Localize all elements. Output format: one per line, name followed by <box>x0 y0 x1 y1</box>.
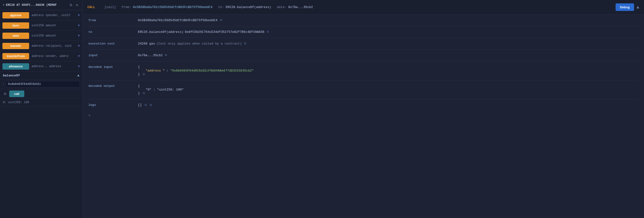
call-bracket: [call] <box>104 5 116 9</box>
balance-of-output: 0: uint256: 100 <box>3 101 29 104</box>
burn-button[interactable]: burn <box>2 22 29 29</box>
from-kw: from: <box>122 5 131 9</box>
execution-cost-text: 24268 gas <box>138 42 155 46</box>
input-copy-icon[interactable]: ⧉ <box>165 54 167 57</box>
decoded-output-row: decoded output { "0" : "uint256: 100" } … <box>88 84 638 95</box>
call-row: ⧉ call <box>0 89 82 99</box>
execution-cost-comment: (Cost only applies when called by a cont… <box>156 42 242 46</box>
transfer-params: address recipient, uint <box>29 44 77 48</box>
separator-6 <box>88 99 638 99</box>
approve-button[interactable]: approve <box>2 12 29 19</box>
to-fn: ERC20.balanceOf(address) <box>226 5 271 9</box>
mint-params: uint256 amount <box>29 34 77 38</box>
from-key: from <box>88 19 132 22</box>
decoded-output-colon: : <box>153 88 157 91</box>
execution-cost-row: execution cost 24268 gas (Cost only appl… <box>88 42 638 46</box>
decoded-output-block: { "0" : "uint256: 100" } ⧉ <box>138 84 184 95</box>
contract-collapse-icon[interactable]: ▼ <box>3 4 4 7</box>
transfer-button[interactable]: transfer <box>2 43 29 49</box>
input-key: input <box>88 54 132 57</box>
execution-cost-copy-icon[interactable]: ⧉ <box>244 42 246 45</box>
transfer-expand-icon[interactable]: ▼ <box>78 44 80 48</box>
execution-cost-key: execution cost <box>88 42 132 46</box>
logs-text: [] <box>138 103 142 107</box>
to-value: ERC20.balanceOf(address) 0x0fC5025C764cE… <box>138 30 638 34</box>
balance-of-section: balanceOf ▲ : ⧉ call 0: uint256: 100 <box>0 71 82 106</box>
balance-of-label: balanceOf <box>3 74 20 77</box>
copy-contract-button[interactable]: ⧉ <box>69 3 73 8</box>
decoded-input-open-brace: { <box>138 65 140 69</box>
prompt-symbol: > <box>88 114 90 118</box>
logs-key: logs <box>88 103 132 107</box>
balance-of-input[interactable] <box>6 81 80 87</box>
decoded-output-copy-icon[interactable]: ⧉ <box>143 92 145 95</box>
decoded-input-key: decoded input <box>88 65 132 69</box>
call-banner: CALL [call] from: 0x5B38Da6a701c568545dC… <box>82 0 644 15</box>
from-address: 0x5B38Da6a701c568545dCfcB03FcB875f56bedd… <box>138 19 218 22</box>
contract-header-actions: ⧉ ✕ <box>69 3 80 8</box>
transfer-from-params: address sender, addre <box>29 55 77 58</box>
to-kw: to: <box>218 5 224 9</box>
decoded-output-value: { "0" : "uint256: 100" } ⧉ <box>138 84 638 95</box>
decoded-input-block: { "address " : "0xAb8483F64d9C6d1EcF9b84… <box>138 65 254 76</box>
from-copy-icon[interactable]: ⧉ <box>220 19 222 22</box>
transfer-from-button[interactable]: transferFrom <box>2 53 29 59</box>
execution-cost-value: 24268 gas (Cost only applies when called… <box>138 42 638 46</box>
fn-row-allowance: allowance address , address ▼ <box>0 61 82 71</box>
burn-expand-icon[interactable]: ▼ <box>78 24 80 28</box>
decoded-output-close-brace: } <box>138 91 140 95</box>
left-panel: ▼ ERC20 AT 0X0FC...9A836 (MEMOF ⧉ ✕ appr… <box>0 0 82 218</box>
function-list: approve address spender, uint2 ▼ burn ui… <box>0 10 82 71</box>
allowance-expand-icon[interactable]: ▼ <box>78 64 80 68</box>
input-text: 0x70a...35cb2 <box>138 54 162 57</box>
close-contract-button[interactable]: ✕ <box>74 3 80 8</box>
transfer-from-expand-icon[interactable]: ▼ <box>78 54 80 58</box>
decoded-input-row: decoded input { "address " : "0xAb8483F6… <box>88 65 638 76</box>
output-row: 0: uint256: 100 <box>0 99 82 106</box>
decoded-output-field-val: "uint256: 100" <box>157 88 184 91</box>
approve-expand-icon[interactable]: ▼ <box>78 13 80 17</box>
decoded-output-open-brace: { <box>138 84 140 88</box>
decoded-input-close-brace: } <box>138 72 140 76</box>
mint-button[interactable]: mint <box>2 33 29 39</box>
contract-header-left: ▼ ERC20 AT 0X0FC...9A836 (MEMOF <box>3 4 56 7</box>
to-key: to <box>88 30 132 34</box>
allowance-params: address , address <box>29 65 77 68</box>
logs-copy-icon-2[interactable]: ⧉ <box>150 103 152 107</box>
decoded-input-copy-icon[interactable]: ⧉ <box>143 73 145 76</box>
separator-4 <box>88 61 638 61</box>
decoded-output-field-key: "0" <box>146 88 151 91</box>
decoded-input-field: "address " : "0xAb8483F64d9C6d1EcF9b849A… <box>146 69 254 72</box>
collapse-icon[interactable]: ▲ <box>636 5 639 10</box>
logs-copy-icon-1[interactable]: ⧉ <box>145 103 147 107</box>
to-copy-icon[interactable]: ⧉ <box>267 30 269 34</box>
decoded-input-colon: : <box>166 69 170 72</box>
debug-button[interactable]: Debug <box>616 4 634 11</box>
to-addr: 0x0fC5025C764cE34df352757e82f7B5c4Df39A8… <box>185 30 264 34</box>
data-kw: data: <box>277 5 286 9</box>
to-detail-row: to ERC20.balanceOf(address) 0x0fC5025C76… <box>88 30 638 34</box>
contract-title: ERC20 AT 0X0FC...9A836 (MEMOF <box>6 4 57 7</box>
call-label: CALL <box>88 5 95 9</box>
input-detail-row: input 0x70a...35cb2 ⧉ <box>88 54 638 57</box>
balance-of-colon: : <box>2 82 4 86</box>
copy-input-button[interactable]: ⧉ <box>3 91 7 96</box>
to-fn-name: ERC20.balanceOf(address) <box>138 30 183 34</box>
call-button[interactable]: call <box>9 90 24 97</box>
from-detail-row: from 0x5B38Da6a701c568545dCfcB03FcB875f5… <box>88 19 638 22</box>
decoded-output-field: "0" : "uint256: 100" <box>146 88 184 91</box>
separator-1 <box>88 26 638 26</box>
logs-value: [] ⧉ ⧉ <box>138 103 638 107</box>
balance-of-collapse-icon[interactable]: ▲ <box>78 73 80 77</box>
balance-of-header: balanceOf ▲ <box>0 71 82 80</box>
decoded-input-field-key: "address " <box>146 69 165 72</box>
allowance-button[interactable]: allowance <box>2 63 29 70</box>
fn-row-transfer: transfer address recipient, uint ▼ <box>0 41 82 51</box>
fn-row-transfer-from: transferFrom address sender, addre ▼ <box>0 51 82 61</box>
decoded-input-value: { "address " : "0xAb8483F64d9C6d1EcF9b84… <box>138 65 638 76</box>
fn-row-burn: burn uint256 amount ▼ <box>0 21 82 31</box>
fn-row-mint: mint uint256 amount ▼ <box>0 31 82 41</box>
decoded-output-key: decoded output <box>88 84 132 88</box>
mint-expand-icon[interactable]: ▼ <box>78 34 80 38</box>
detail-grid: from 0x5B38Da6a701c568545dCfcB03FcB875f5… <box>82 15 644 111</box>
